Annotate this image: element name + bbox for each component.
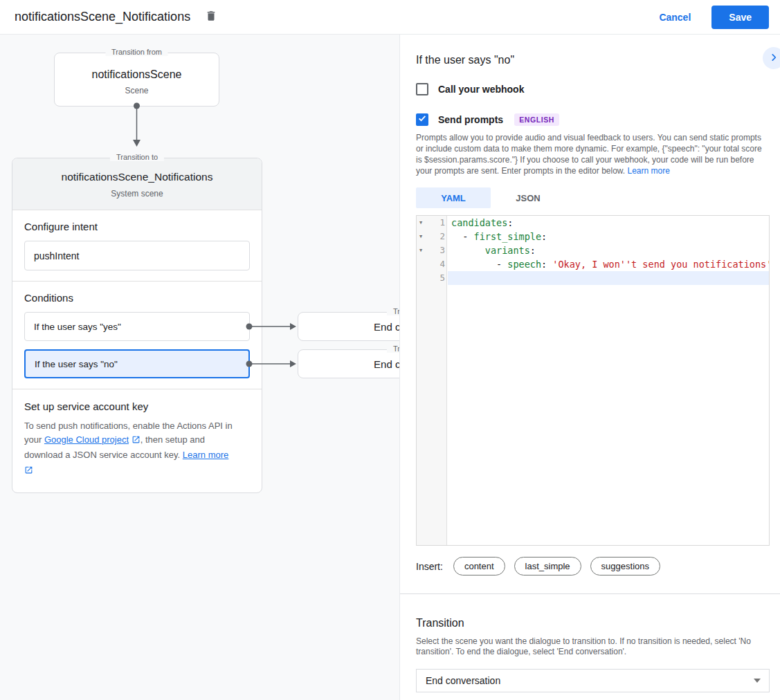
insert-chip-suggestions[interactable]: suggestions <box>590 557 660 575</box>
service-account-section: Set up service account key To send push … <box>12 389 262 492</box>
trash-icon <box>205 10 217 24</box>
transition-to-label: Transition to <box>387 344 400 353</box>
save-button[interactable]: Save <box>711 6 769 29</box>
editor-format-tabs: YAMLJSON <box>416 187 770 208</box>
google-cloud-project-link[interactable]: Google Cloud project <box>44 434 129 445</box>
line-number: 3 <box>427 243 448 257</box>
editor-gutter-cell: 5 <box>417 271 448 285</box>
from-node-title: notificationsScene <box>55 68 219 81</box>
end-conversation-node[interactable]: Transition to End conversation <box>298 349 400 378</box>
transition-heading: Transition <box>416 617 770 629</box>
editor-code: - speech: 'Okay, I won''t send you notif… <box>448 257 769 271</box>
from-node-subtitle: Scene <box>55 86 219 95</box>
page-title: notificationsScene_Notifications <box>15 10 190 24</box>
editor-line[interactable]: ▼2 - first_simple: <box>417 230 769 243</box>
prompts-description-text: Prompts allow you to provide audio and v… <box>416 133 762 176</box>
service-account-heading: Set up service account key <box>24 400 250 412</box>
webhook-checkbox[interactable] <box>416 83 428 95</box>
webhook-row: Call your webhook <box>416 83 770 95</box>
editor-gutter-cell: ▼3 <box>417 243 448 257</box>
fold-arrow-icon[interactable]: ▼ <box>417 216 427 230</box>
transition-to-label: Transition to <box>387 307 400 315</box>
collapse-panel-button[interactable] <box>763 47 780 69</box>
scene-card-header[interactable]: notificationsScene_Notifications System … <box>12 158 262 210</box>
line-number: 1 <box>427 216 448 230</box>
external-link-icon <box>131 434 140 448</box>
scene-card-subtitle: System scene <box>12 189 262 199</box>
editor-line[interactable]: ▼1candidates: <box>417 216 769 230</box>
editor-gutter-cell: 4 <box>417 257 448 271</box>
header: notificationsScene_Notifications Cancel … <box>0 0 780 35</box>
end-node-title: End conversation <box>374 321 400 333</box>
scene-card: Transition to notificationsScene_Notific… <box>12 158 262 493</box>
editor-gutter-cell: ▼2 <box>417 230 448 243</box>
editor-code: - first_simple: <box>448 230 769 243</box>
intent-item[interactable]: pushIntent <box>24 241 250 270</box>
conditions-heading: Conditions <box>24 292 250 304</box>
end-node-title: End conversation <box>374 358 400 370</box>
section-divider <box>400 593 780 594</box>
editor-code <box>448 271 769 285</box>
editor-line[interactable]: 5 <box>417 271 769 285</box>
editor-line[interactable]: 4 - speech: 'Okay, I won''t send you not… <box>417 257 769 271</box>
external-link-icon <box>24 465 243 479</box>
condition-item[interactable]: If the user says "no" <box>24 349 250 378</box>
transition-select[interactable]: End conversation <box>416 669 770 692</box>
line-number: 2 <box>427 230 448 243</box>
checkmark-icon <box>417 113 427 126</box>
line-number: 5 <box>427 271 448 285</box>
learn-more-link[interactable]: Learn more <box>183 450 228 460</box>
send-prompts-row: Send prompts ENGLISH <box>416 113 770 126</box>
transition-from-node[interactable]: Transition from notificationsScene Scene <box>54 53 219 107</box>
language-badge: ENGLISH <box>514 113 559 126</box>
learn-more-link[interactable]: Learn more <box>627 166 669 176</box>
editor-gutter-cell: ▼1 <box>417 216 448 230</box>
scene-card-title: notificationsScene_Notifications <box>12 171 262 183</box>
fold-arrow-icon[interactable]: ▼ <box>417 230 427 243</box>
conditions-section: Conditions If the user says "yes"If the … <box>12 282 262 389</box>
tab-json[interactable]: JSON <box>491 187 565 208</box>
tab-yaml[interactable]: YAML <box>416 187 491 208</box>
send-prompts-checkbox[interactable] <box>416 113 428 126</box>
scene-flow-canvas: Transition from notificationsScene Scene… <box>0 35 400 700</box>
cancel-button[interactable]: Cancel <box>651 6 699 28</box>
chevron-right-icon <box>769 53 779 64</box>
insert-label: Insert: <box>416 561 443 572</box>
line-number: 4 <box>427 257 448 271</box>
configure-intent-heading: Configure intent <box>24 221 250 232</box>
editor-code: candidates: <box>448 216 769 230</box>
fold-arrow-icon[interactable]: ▼ <box>417 243 427 257</box>
service-account-text: To send push notifications, enable the A… <box>24 419 250 479</box>
send-prompts-label: Send prompts <box>438 114 503 125</box>
transition-description: Select the scene you want the dialogue t… <box>416 636 770 657</box>
insert-chip-content[interactable]: content <box>453 557 505 575</box>
end-conversation-node[interactable]: Transition to End conversation <box>298 312 400 341</box>
configure-intent-section: Configure intent pushIntent <box>12 210 262 282</box>
editor-code: variants: <box>448 243 769 257</box>
transition-from-label: Transition from <box>105 48 168 56</box>
condition-detail-panel: If the user says "no" Call your webhook … <box>400 35 780 700</box>
insert-chip-last_simple[interactable]: last_simple <box>514 557 581 575</box>
condition-item[interactable]: If the user says "yes" <box>24 312 250 341</box>
editor-line[interactable]: ▼3 variants: <box>417 243 769 257</box>
prompts-description: Prompts allow you to provide audio and v… <box>416 132 770 176</box>
transition-select-value: End conversation <box>426 675 500 686</box>
dropdown-caret-icon <box>754 679 761 683</box>
transition-to-label: Transition to <box>110 153 164 161</box>
delete-scene-button[interactable] <box>202 7 220 27</box>
insert-row: Insert: contentlast_simplesuggestions <box>416 557 770 575</box>
prompt-code-editor[interactable]: ▼1candidates:▼2 - first_simple:▼3 varian… <box>416 215 770 546</box>
webhook-label: Call your webhook <box>438 84 524 95</box>
conditions-list: If the user says "yes"If the user says "… <box>24 312 250 378</box>
detail-title: If the user says "no" <box>416 54 770 66</box>
